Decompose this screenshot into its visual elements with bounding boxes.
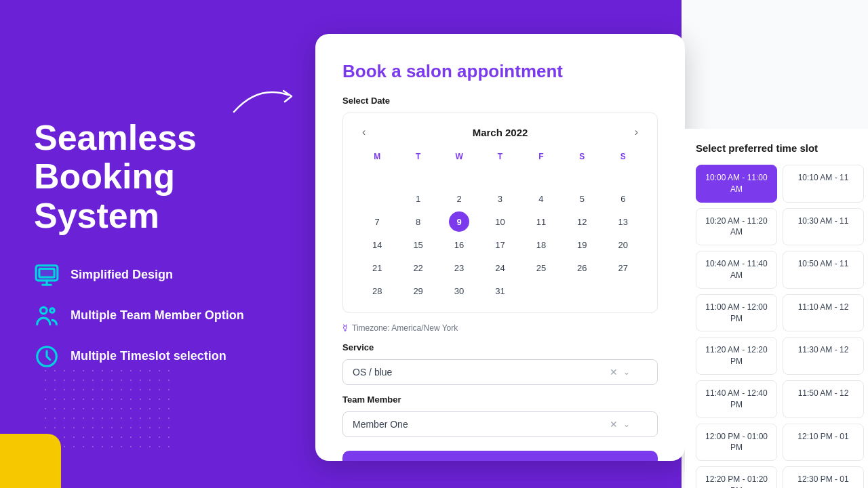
svg-rect-1 bbox=[39, 268, 54, 277]
calendar-empty-day bbox=[613, 165, 633, 186]
calendar-day[interactable]: 28 bbox=[367, 281, 387, 301]
time-slot[interactable]: 10:40 AM - 11:40 AM bbox=[696, 251, 777, 289]
calendar-day[interactable]: 1 bbox=[408, 188, 429, 209]
calendar-day[interactable]: 30 bbox=[449, 281, 469, 301]
service-select[interactable]: OS / blue ✕ ⌄ bbox=[342, 359, 658, 385]
calendar-empty-day bbox=[572, 165, 592, 186]
calendar-empty-day bbox=[367, 165, 387, 186]
feature-list: Simplified Design Multiple Team Member O… bbox=[34, 262, 278, 369]
timezone-row: ☿ Timezone: America/New York bbox=[342, 323, 658, 333]
globe-icon: ☿ bbox=[342, 323, 348, 333]
calendar-day[interactable]: 9 bbox=[449, 211, 469, 232]
calendar-empty-day bbox=[531, 281, 551, 301]
prev-month-button[interactable]: ‹ bbox=[357, 123, 371, 141]
team-member-field-group: Team Member Member One ✕ ⌄ bbox=[342, 394, 658, 437]
decorative-arrow bbox=[231, 81, 298, 122]
feature-item-team: Multiple Team Member Option bbox=[34, 303, 278, 329]
main-heading: Seamless Booking System bbox=[34, 119, 278, 235]
team-member-label: Team Member bbox=[342, 394, 658, 405]
calendar-day[interactable]: 8 bbox=[408, 211, 429, 232]
booking-card: Book a salon appointment Select Date ‹ M… bbox=[315, 34, 685, 461]
calendar-day-header: W bbox=[439, 149, 479, 164]
calendar: ‹ March 2022 › MTWTFSS123456789101112131… bbox=[342, 113, 658, 313]
svg-point-2 bbox=[41, 307, 47, 314]
time-slot[interactable]: 11:40 AM - 12:40 PM bbox=[696, 380, 777, 418]
left-panel: Seamless Booking System Simplified Desig… bbox=[0, 0, 312, 488]
clock-icon bbox=[34, 344, 60, 369]
calendar-day-header: T bbox=[479, 149, 520, 164]
calendar-day[interactable]: 16 bbox=[449, 235, 469, 255]
service-value: OS / blue bbox=[353, 367, 610, 378]
calendar-day[interactable]: 24 bbox=[490, 258, 510, 278]
calendar-empty-day bbox=[490, 165, 510, 186]
time-slot[interactable]: 12:30 PM - 01 bbox=[783, 466, 864, 488]
time-slot[interactable]: 11:50 AM - 12 bbox=[783, 380, 864, 418]
time-slots-heading: Select preferred time slot bbox=[696, 142, 864, 154]
calendar-day[interactable]: 18 bbox=[531, 235, 551, 255]
team-member-select-actions: ✕ ⌄ bbox=[610, 419, 630, 430]
team-member-dropdown-icon[interactable]: ⌄ bbox=[623, 420, 630, 429]
time-slot[interactable]: 11:30 AM - 12 bbox=[783, 337, 864, 375]
calendar-day[interactable]: 31 bbox=[490, 281, 510, 301]
team-member-clear-icon[interactable]: ✕ bbox=[610, 419, 618, 430]
calendar-day-header: S bbox=[603, 149, 644, 164]
calendar-month-year: March 2022 bbox=[473, 127, 528, 138]
calendar-empty-day bbox=[531, 165, 551, 186]
calendar-day[interactable]: 15 bbox=[408, 235, 429, 255]
calendar-day[interactable]: 29 bbox=[408, 281, 429, 301]
calendar-empty-day bbox=[613, 281, 633, 301]
time-slot[interactable]: 10:20 AM - 11:20 AM bbox=[696, 208, 777, 246]
time-slot[interactable]: 11:00 AM - 12:00 PM bbox=[696, 294, 777, 332]
time-slot[interactable]: 12:00 PM - 01:00 PM bbox=[696, 424, 777, 462]
svg-point-3 bbox=[50, 308, 54, 312]
time-slot[interactable]: 10:00 AM - 11:00 AM bbox=[696, 165, 777, 203]
calendar-day[interactable]: 27 bbox=[613, 258, 633, 278]
book-now-button[interactable]: Book Now bbox=[342, 451, 658, 461]
team-member-value: Member One bbox=[353, 419, 610, 430]
team-member-select[interactable]: Member One ✕ ⌄ bbox=[342, 411, 658, 437]
service-clear-icon[interactable]: ✕ bbox=[610, 367, 618, 378]
calendar-day[interactable]: 14 bbox=[367, 235, 387, 255]
time-slot[interactable]: 11:20 AM - 12:20 PM bbox=[696, 337, 777, 375]
service-select-actions: ✕ ⌄ bbox=[610, 367, 630, 378]
calendar-day[interactable]: 17 bbox=[490, 235, 510, 255]
calendar-day-header: S bbox=[561, 149, 602, 164]
next-month-button[interactable]: › bbox=[629, 123, 644, 141]
time-slot[interactable]: 10:10 AM - 11 bbox=[783, 165, 864, 203]
calendar-day[interactable]: 19 bbox=[572, 235, 592, 255]
calendar-day[interactable]: 5 bbox=[572, 188, 592, 209]
feature-label-timeslot: Multiple Timeslot selection bbox=[71, 349, 226, 363]
service-field-group: Service OS / blue ✕ ⌄ bbox=[342, 342, 658, 385]
service-label: Service bbox=[342, 342, 658, 352]
calendar-day[interactable]: 2 bbox=[449, 188, 469, 209]
calendar-day[interactable]: 26 bbox=[572, 258, 592, 278]
users-icon bbox=[34, 303, 60, 329]
calendar-day[interactable]: 22 bbox=[408, 258, 429, 278]
calendar-header: ‹ March 2022 › bbox=[357, 123, 644, 141]
time-slot[interactable]: 11:10 AM - 12 bbox=[783, 294, 864, 332]
calendar-day[interactable]: 20 bbox=[613, 235, 633, 255]
time-slot[interactable]: 10:30 AM - 11 bbox=[783, 208, 864, 246]
time-slot[interactable]: 12:20 PM - 01:20 PM bbox=[696, 466, 777, 488]
calendar-day[interactable]: 7 bbox=[367, 211, 387, 232]
calendar-day[interactable]: 25 bbox=[531, 258, 551, 278]
calendar-day-header: M bbox=[357, 149, 397, 164]
feature-label-team: Multiple Team Member Option bbox=[71, 308, 244, 323]
time-slots-panel: Select preferred time slot 10:00 AM - 11… bbox=[685, 129, 868, 488]
calendar-day-header: T bbox=[397, 149, 438, 164]
monitor-icon bbox=[34, 262, 60, 288]
calendar-day[interactable]: 10 bbox=[490, 211, 510, 232]
calendar-day[interactable]: 12 bbox=[572, 211, 592, 232]
calendar-day[interactable]: 11 bbox=[531, 211, 551, 232]
calendar-day[interactable]: 23 bbox=[449, 258, 469, 278]
time-slots-grid: 10:00 AM - 11:00 AM10:10 AM - 1110:20 AM… bbox=[696, 165, 864, 488]
time-slot[interactable]: 10:50 AM - 11 bbox=[783, 251, 864, 289]
calendar-day[interactable]: 3 bbox=[490, 188, 510, 209]
service-dropdown-icon[interactable]: ⌄ bbox=[623, 367, 630, 377]
time-slot[interactable]: 12:10 PM - 01 bbox=[783, 424, 864, 462]
feature-item-simplified: Simplified Design bbox=[34, 262, 278, 288]
calendar-day[interactable]: 13 bbox=[613, 211, 633, 232]
calendar-day[interactable]: 4 bbox=[531, 188, 551, 209]
calendar-day[interactable]: 6 bbox=[613, 188, 633, 209]
calendar-day[interactable]: 21 bbox=[367, 258, 387, 278]
